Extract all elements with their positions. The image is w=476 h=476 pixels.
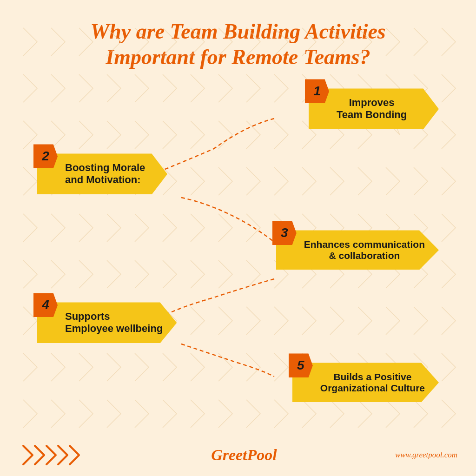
- brand-name: GreetPool: [211, 446, 277, 464]
- step-5-text: Builds a Positive Organizational Culture: [320, 371, 425, 394]
- step-5-number: 5: [297, 358, 304, 373]
- step-4-text: Supports Employee wellbeing: [65, 311, 163, 335]
- page-title: Why are Team Building Activities Importa…: [0, 0, 476, 79]
- brand-url: www.greetpool.com: [395, 450, 457, 460]
- chevrons-decoration: [19, 443, 93, 467]
- footer: GreetPool www.greetpool.com: [0, 443, 476, 467]
- step-3: 3 Enhances communication & collaboration: [276, 230, 439, 270]
- step-4-number: 4: [42, 298, 49, 312]
- step-2: 2 Boosting Morale and Motivation:: [37, 153, 167, 194]
- step-2-text: Boosting Morale and Motivation:: [65, 162, 145, 186]
- step-3-text: Enhances communication & collaboration: [304, 239, 425, 261]
- page: Why are Team Building Activities Importa…: [0, 0, 476, 476]
- step-1-number: 1: [313, 84, 321, 99]
- step-5: 5 Builds a Positive Organizational Cultu…: [292, 363, 439, 402]
- step-1: 1 Improves Team Bonding: [309, 88, 439, 129]
- step-1-text: Improves Team Bonding: [337, 97, 407, 121]
- step-2-number: 2: [42, 149, 49, 164]
- step-4: 4 Supports Employee wellbeing: [37, 302, 177, 343]
- step-3-number: 3: [281, 225, 288, 240]
